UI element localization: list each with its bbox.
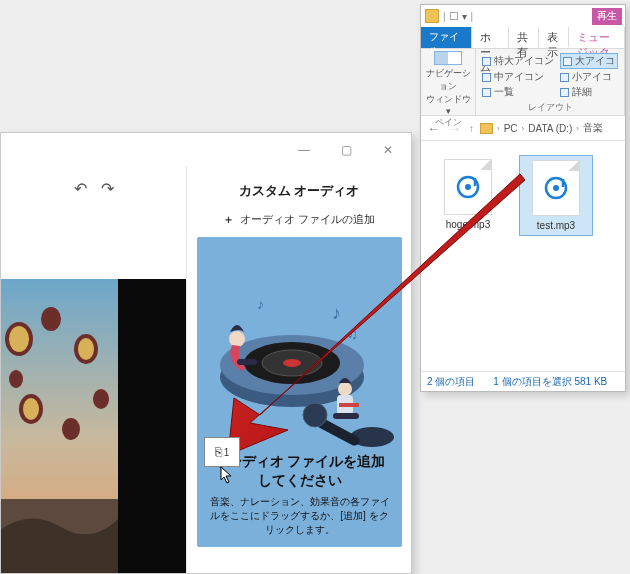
svg-rect-24 <box>333 413 359 419</box>
drop-description: 音楽、ナレーション、効果音の各ファイルをここにドラッグするか、[追加] をクリッ… <box>207 495 392 537</box>
video-preview <box>1 279 186 573</box>
selection-status: 1 個の項目を選択 581 KB <box>493 375 607 389</box>
tab-file[interactable]: ファイル <box>421 27 472 48</box>
file-item[interactable]: hoge.mp3 <box>431 155 505 236</box>
svg-text:♪: ♪ <box>257 296 264 312</box>
tab-share[interactable]: 共有 <box>509 27 539 48</box>
svg-point-10 <box>78 338 94 360</box>
file-name: hoge.mp3 <box>446 219 490 230</box>
tab-home[interactable]: ホーム <box>472 27 509 48</box>
cursor-icon <box>220 466 236 487</box>
svg-point-31 <box>465 184 471 190</box>
view-large-icons[interactable]: 大アイコ <box>560 53 618 69</box>
nav-pane-button[interactable]: ナビゲーション ウィンドウ▾ <box>425 51 471 116</box>
svg-rect-21 <box>237 359 257 365</box>
svg-point-7 <box>93 389 109 409</box>
svg-point-6 <box>62 418 80 440</box>
folder-icon <box>425 9 439 23</box>
address-bar[interactable]: ← → ↑ ›PC ›DATA (D:) ›音楽 <box>421 116 625 141</box>
svg-point-3 <box>41 307 61 331</box>
audio-file-icon <box>444 159 492 215</box>
svg-point-16 <box>283 359 301 367</box>
add-audio-button[interactable]: ＋オーディオ ファイルの追加 <box>197 212 401 237</box>
view-list[interactable]: 一覧 <box>482 85 554 99</box>
audio-file-icon <box>532 160 580 216</box>
file-name: test.mp3 <box>537 220 575 231</box>
audio-drop-zone[interactable]: ♪♫♪ <box>197 237 402 547</box>
item-count: 2 個の項目 <box>427 375 475 389</box>
drag-ghost: ⎘1 <box>204 437 240 467</box>
maximize-button[interactable]: ▢ <box>326 136 366 164</box>
svg-point-11 <box>23 398 39 420</box>
view-xl-icons[interactable]: 特大アイコン <box>482 53 554 69</box>
explorer-window: | ▾ | 再生 ファイル ホーム 共有 表示 ミュージック ナビゲーション ウ… <box>420 4 626 392</box>
svg-rect-25 <box>339 403 359 407</box>
ribbon-tabs: ファイル ホーム 共有 表示 ミュージック <box>421 27 625 48</box>
tab-music[interactable]: ミュージック <box>569 27 625 48</box>
view-details[interactable]: 詳細 <box>560 85 618 99</box>
svg-text:♫: ♫ <box>347 326 358 342</box>
view-md-icons[interactable]: 中アイコン <box>482 70 554 84</box>
play-tab[interactable]: 再生 <box>592 8 622 25</box>
minimize-button[interactable]: — <box>284 136 324 164</box>
back-button[interactable]: ← <box>425 121 442 136</box>
panel-title: カスタム オーディオ <box>197 172 401 212</box>
forward-button[interactable]: → <box>446 121 463 136</box>
drop-illustration: ♪♫♪ <box>197 247 402 457</box>
svg-point-22 <box>338 382 352 396</box>
svg-text:♪: ♪ <box>332 303 341 323</box>
file-item[interactable]: test.mp3 <box>519 155 593 236</box>
view-sm-icons[interactable]: 小アイコ <box>560 70 618 84</box>
svg-point-9 <box>9 326 29 352</box>
svg-point-8 <box>9 370 23 388</box>
folder-icon <box>480 123 493 134</box>
svg-point-33 <box>553 185 559 191</box>
up-button[interactable]: ↑ <box>467 123 476 134</box>
svg-point-20 <box>229 331 245 347</box>
close-button[interactable]: ✕ <box>368 136 408 164</box>
redo-button[interactable]: ↷ <box>101 179 114 198</box>
tab-view[interactable]: 表示 <box>539 27 569 48</box>
undo-button[interactable]: ↶ <box>74 179 87 198</box>
